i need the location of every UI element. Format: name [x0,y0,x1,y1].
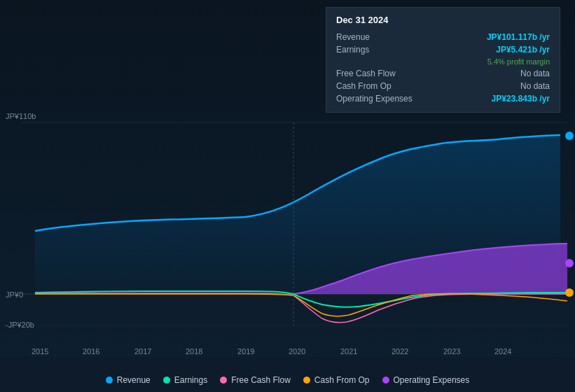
x-label-2016: 2016 [83,347,99,356]
x-label-2019: 2019 [237,347,254,356]
tooltip-margin-row: 5.4% profit margin [336,56,550,67]
tooltip-earnings-value: JP¥5.421b /yr [496,45,550,55]
tooltip-cashop-label: Cash From Op [336,81,392,91]
legend-opex[interactable]: Operating Expenses [382,375,470,385]
x-label-2018: 2018 [186,347,202,356]
revenue-right-dot [565,132,574,140]
y-label-0: JP¥0 [6,290,23,299]
tooltip-earnings-row: Earnings JP¥5.421b /yr [336,43,550,56]
legend-earnings[interactable]: Earnings [163,375,207,385]
x-label-2021: 2021 [340,347,357,356]
legend-revenue-label: Revenue [117,375,151,385]
y-label-110b: JP¥110b [6,112,36,120]
legend-cashop-dot [303,377,310,384]
tooltip-margin-value: 5.4% profit margin [482,57,550,66]
tooltip-cashop-value: No data [520,81,550,91]
legend-cashop[interactable]: Cash From Op [303,375,370,385]
legend-opex-label: Operating Expenses [394,375,470,385]
chart-container: JP¥110b JP¥0 -JP¥20b 2015 2016 2017 2018… [0,0,575,392]
x-label-2024: 2024 [494,347,511,356]
legend-revenue-dot [106,377,113,384]
chart-legend: Revenue Earnings Free Cash Flow Cash Fro… [0,375,575,385]
y-label-neg20b: -JP¥20b [6,321,34,329]
tooltip-fcf-row: Free Cash Flow No data [336,67,550,80]
x-label-2020: 2020 [289,347,305,356]
tooltip-fcf-label: Free Cash Flow [336,69,396,78]
legend-fcf-dot [220,377,227,384]
tooltip-title: Dec 31 2024 [336,15,550,25]
x-label-2022: 2022 [392,347,408,356]
cashop-right-dot [565,288,574,297]
legend-revenue[interactable]: Revenue [106,375,151,385]
tooltip-earnings-label: Earnings [336,45,369,55]
legend-fcf[interactable]: Free Cash Flow [220,375,291,385]
tooltip-opex-label: Operating Expenses [336,94,413,104]
legend-earnings-dot [163,377,170,384]
tooltip-panel: Dec 31 2024 Revenue JP¥101.117b /yr Earn… [326,7,560,113]
tooltip-fcf-value: No data [520,69,550,78]
tooltip-revenue-value: JP¥101.117b /yr [487,32,550,42]
tooltip-opex-row: Operating Expenses JP¥23.843b /yr [336,92,550,105]
legend-opex-dot [382,377,389,384]
tooltip-revenue-row: Revenue JP¥101.117b /yr [336,31,550,43]
tooltip-cashop-row: Cash From Op No data [336,80,550,92]
opex-right-dot [565,259,574,267]
x-label-2015: 2015 [32,347,48,356]
x-label-2017: 2017 [134,347,151,356]
x-label-2023: 2023 [443,347,460,356]
legend-earnings-label: Earnings [174,375,207,385]
legend-fcf-label: Free Cash Flow [231,375,291,385]
tooltip-revenue-label: Revenue [336,32,370,42]
legend-cashop-label: Cash From Op [314,375,370,385]
tooltip-opex-value: JP¥23.843b /yr [492,94,550,104]
